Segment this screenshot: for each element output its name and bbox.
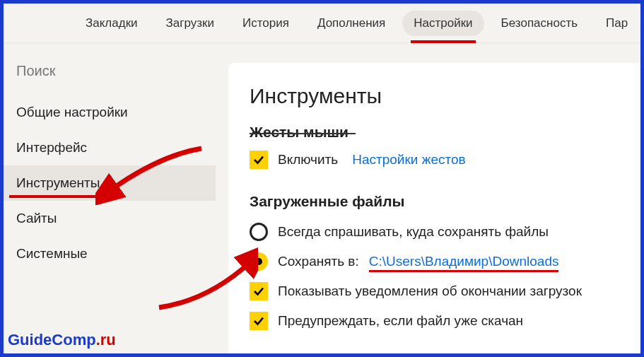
save-to-label: Сохранять в: [278, 254, 359, 269]
settings-sidebar: Общие настройки Интерфейс Инструменты Са… [4, 43, 216, 353]
tab-history[interactable]: История [231, 11, 300, 36]
tab-bookmarks[interactable]: Закладки [74, 11, 149, 36]
annotation-strike [250, 133, 356, 134]
sidebar-item-system[interactable]: Системные [4, 236, 216, 271]
always-ask-label: Всегда спрашивать, куда сохранять файлы [278, 224, 549, 240]
check-icon [252, 315, 265, 327]
enable-gestures-label: Включить [278, 152, 338, 168]
checkbox-show-notifications[interactable] [250, 282, 268, 300]
sidebar-item-tools[interactable]: Инструменты [4, 165, 216, 201]
check-icon [252, 153, 265, 166]
top-tabs: Закладки Загрузки История Дополнения Нас… [4, 4, 640, 43]
download-path-link[interactable]: C:\Users\Владимир\Downloads [369, 254, 559, 269]
gesture-settings-link[interactable]: Настройки жестов [352, 152, 465, 168]
tab-security[interactable]: Безопасность [490, 11, 589, 36]
annotation-underline [411, 40, 475, 43]
annotation-underline [369, 270, 559, 272]
checkbox-warn-duplicate[interactable] [250, 312, 268, 330]
section-label: Жесты мыши [250, 124, 349, 140]
radio-save-to[interactable] [250, 252, 268, 271]
search-input[interactable] [16, 63, 203, 79]
sidebar-item-tools-label: Инструменты [16, 175, 100, 190]
warn-duplicate-label: Предупреждать, если файл уже скачан [278, 313, 523, 329]
page-title: Инструменты [250, 84, 623, 108]
radio-always-ask[interactable] [250, 223, 268, 241]
tab-downloads[interactable]: Загрузки [155, 11, 226, 36]
check-icon [252, 285, 265, 298]
watermark-text: GuideComp [8, 331, 96, 349]
checkbox-enable-gestures[interactable] [250, 151, 268, 169]
tab-addons[interactable]: Дополнения [306, 11, 397, 36]
watermark: GuideComp.ru [8, 331, 116, 349]
settings-content: Инструменты Жесты мыши Включить Настройк… [228, 63, 640, 353]
watermark-text-ru: .ru [96, 331, 116, 349]
tab-passwords[interactable]: Пар [595, 11, 639, 36]
section-downloads-title: Загруженные файлы [250, 193, 623, 210]
annotation-underline [9, 195, 108, 198]
tab-settings-label: Настройки [414, 16, 472, 30]
sidebar-item-sites[interactable]: Сайты [4, 201, 216, 236]
section-mouse-gestures-title: Жесты мыши [250, 124, 623, 141]
sidebar-item-general[interactable]: Общие настройки [4, 95, 216, 130]
show-notifications-label: Показывать уведомления об окончании загр… [278, 283, 582, 299]
sidebar-search [4, 43, 216, 95]
sidebar-item-interface[interactable]: Интерфейс [4, 130, 216, 165]
tab-settings[interactable]: Настройки [402, 11, 484, 36]
